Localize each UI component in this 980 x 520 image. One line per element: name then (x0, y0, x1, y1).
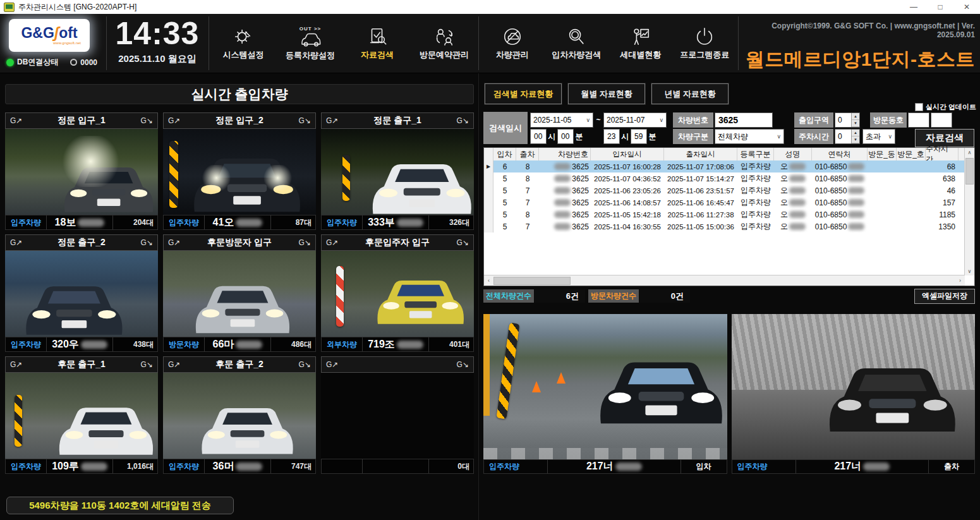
privacy-blur (397, 341, 423, 349)
entry-zone-spinner[interactable]: 0▲▼ (835, 112, 860, 128)
privacy-blur (848, 223, 864, 230)
privacy-blur (848, 163, 864, 170)
row-selector (484, 172, 493, 184)
table-row[interactable]: 5 7 3625 2025-11-06 14:08:57 2025-11-06 … (484, 197, 965, 209)
minute-suffix: 분 (648, 129, 657, 144)
from-hour-input[interactable]: 00 (530, 129, 547, 144)
menu-data-search[interactable]: 자료검색 (344, 14, 411, 73)
plate-number-input[interactable]: 3625 (715, 112, 773, 128)
table-row[interactable]: 5 7 3625 2025-11-06 23:05:26 2025-11-06 … (484, 184, 965, 197)
tab-monthly-report[interactable]: 월별 자료현황 (568, 83, 645, 104)
row-selector-header (484, 148, 493, 160)
realtime-update-checkbox[interactable]: 실시간 업데이트 (915, 102, 976, 112)
table-row[interactable]: 6 8 3625 2025-11-07 16:00:28 2025-11-07 … (484, 160, 965, 172)
privacy-blur (863, 463, 890, 471)
camera-tile-main-entry-2: G↗ 정문 입구_2 G↘ 입주차량 41오 87대 (163, 112, 316, 230)
counter-indicator (70, 59, 77, 66)
column-header[interactable]: 입차 (493, 148, 516, 160)
column-header[interactable]: 성명 (774, 148, 812, 160)
left-panel-title: 실시간 출입차량 (5, 84, 474, 104)
menu-label: 자료검색 (361, 49, 394, 61)
parking-time-spinner[interactable]: 0▲▼ (835, 129, 860, 144)
privacy-blur (848, 211, 864, 218)
column-header[interactable]: 등록구분 (737, 148, 774, 160)
menu-entered-vehicle-search[interactable]: 입차차량검색 (545, 14, 609, 73)
column-header[interactable]: 방문_동 (868, 148, 897, 160)
vehicle-type-label: 입주차량 (164, 215, 205, 229)
column-header[interactable]: 입차일시 (591, 148, 664, 160)
close-button[interactable]: ✕ (953, 0, 980, 14)
tab-search-report[interactable]: 검색별 자료현황 (485, 83, 562, 104)
camera-title: 후문 출구_1 (57, 359, 105, 370)
scroll-up-arrow[interactable]: ∧ (965, 148, 974, 157)
camera-tile-rear-exit-1: G↗ 후문 출구_1 G↘ 입주차량 109루 1,016대 (5, 356, 158, 474)
presenter-chart-icon (630, 26, 651, 47)
db-status-label: DB연결상태 (17, 57, 58, 68)
vertical-scrollbar[interactable]: ∧ ∨ (964, 148, 974, 275)
parking-time-label: 주차시간 (794, 129, 833, 144)
scroll-down-arrow[interactable]: ∨ (965, 267, 974, 275)
scroll-thumb[interactable] (965, 158, 974, 184)
menu-vehicle-management[interactable]: 차량관리 (480, 14, 545, 73)
from-minute-input[interactable]: 00 (557, 129, 574, 144)
g-up-icon: G↗ (168, 116, 180, 125)
minimize-button[interactable]: — (900, 0, 927, 14)
clock-time: 14:33 (107, 15, 207, 52)
excel-save-button[interactable]: 엑셀파일저장 (914, 289, 975, 304)
column-header[interactable]: 연락처 (812, 148, 868, 160)
camera-title: 정문 입구_1 (57, 115, 105, 126)
table-row[interactable]: 5 7 3625 2025-11-04 16:30:55 2025-11-05 … (484, 221, 965, 233)
vehicle-type-select[interactable]: 전체차량∨ (715, 129, 784, 144)
g-up-icon: G↗ (326, 238, 338, 247)
scroll-right-arrow[interactable]: › (955, 277, 965, 284)
menu-registered-vehicle-settings[interactable]: OUT >> 등록차량설정 (277, 14, 344, 73)
g-down-icon: G↘ (141, 238, 153, 247)
g-up-icon: G↗ (326, 116, 338, 125)
exit-camera: 입주차량 217너 출차 (732, 314, 976, 474)
privacy-blur (615, 463, 642, 471)
camera-status-bar: 외부차량 719조 401대 (321, 337, 474, 352)
plate-readout: 66마 (205, 337, 271, 351)
column-header[interactable]: 출차 (516, 148, 539, 160)
camera-feed (5, 373, 158, 459)
date-to-select[interactable]: 2025-11-07∨ (603, 112, 667, 128)
visit-ho-input[interactable] (931, 112, 952, 128)
table-row[interactable]: 5 8 3625 2025-11-05 15:42:18 2025-11-06 … (484, 209, 965, 221)
privacy-blur (789, 187, 806, 194)
privacy-blur (554, 211, 571, 218)
visit-dong-input[interactable] (908, 112, 929, 128)
g-up-icon: G↗ (10, 116, 22, 125)
menu-program-exit[interactable]: 프로그램종료 (673, 14, 737, 73)
menu-label: 프로그램종료 (680, 49, 729, 61)
horizontal-scrollbar[interactable]: ‹ › (484, 275, 965, 286)
menu-system-settings[interactable]: 시스템설정 (210, 14, 277, 73)
maximize-button[interactable]: □ (927, 0, 953, 14)
parking-time-unit-select[interactable]: 초과∨ (862, 129, 895, 144)
date-from-select[interactable]: 2025-11-05∨ (530, 112, 593, 128)
entry-zone-label: 출입구역 (794, 112, 833, 128)
tab-yearly-report[interactable]: 년별 자료현황 (651, 83, 729, 104)
magnifier-icon (566, 26, 587, 47)
vehicle-count: 204대 (113, 215, 157, 229)
plate-readout: 109루 (47, 459, 113, 473)
menu-visit-reservation[interactable]: 방문예약관리 (411, 14, 478, 73)
column-header[interactable]: 차량번호 (539, 148, 591, 160)
table-row[interactable]: 5 8 3625 2025-11-07 04:36:52 2025-11-07 … (484, 172, 965, 184)
column-header[interactable]: 방문_호 (897, 148, 926, 160)
camera-title: 후문입주자 입구 (365, 237, 430, 248)
to-minute-input[interactable]: 59 (631, 129, 647, 144)
vehicle-type-label: 입주차량 (6, 459, 47, 473)
camera-tile-rear-resident-entry: G↗ 후문입주자 입구 G↘ 외부차량 719조 401대 (321, 234, 474, 352)
scroll-thumb[interactable] (493, 277, 571, 285)
total-count-label: 전체차량건수 (483, 289, 534, 303)
column-header[interactable]: 출차일시 (664, 148, 737, 160)
g-up-icon: G↗ (168, 360, 180, 369)
column-header[interactable]: 주차시간 (926, 148, 959, 160)
to-hour-input[interactable]: 23 (603, 129, 620, 144)
summary-bar: 전체차량건수 6건 방문차량건수 0건 엑셀파일저장 (483, 289, 975, 303)
row-selector (484, 184, 493, 197)
camera-status-bar: 입주차량 18보 204대 (5, 215, 158, 230)
scroll-left-arrow[interactable]: ‹ (484, 277, 493, 284)
camera-title: 후문 출구_2 (215, 359, 263, 370)
menu-household-status[interactable]: 세대별현황 (608, 14, 673, 73)
